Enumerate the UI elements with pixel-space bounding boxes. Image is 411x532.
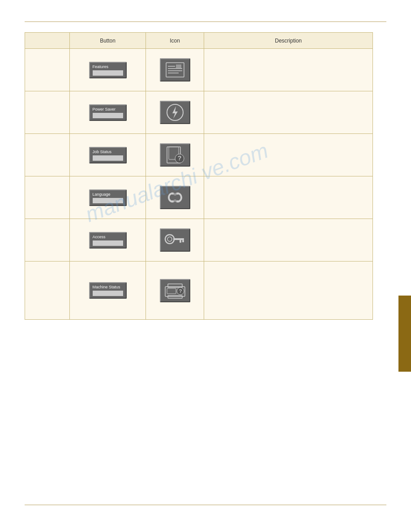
- main-table-wrapper: Button Icon Description Features: [25, 32, 373, 320]
- table-row: Job Status ?: [25, 134, 373, 176]
- svg-rect-14: [173, 238, 184, 240]
- powersaver-icon: [160, 101, 190, 124]
- access-button[interactable]: Access: [89, 232, 127, 249]
- row-machinestatus-button-cell: Machine Status: [70, 262, 146, 320]
- row-language-icon-cell: [146, 176, 204, 219]
- row-jobstatus-desc: [204, 134, 373, 176]
- row-powersaver-icon-cell: [146, 91, 204, 134]
- row-access-col1: [25, 219, 70, 262]
- table-row: Language: [25, 176, 373, 219]
- powersaver-button-label: Power Saver: [93, 107, 123, 112]
- header-button: Button: [70, 33, 146, 49]
- row-jobstatus-button-cell: Job Status: [70, 134, 146, 176]
- top-rule: [25, 21, 386, 22]
- language-icon: [160, 186, 190, 209]
- svg-rect-19: [168, 296, 182, 298]
- table-row: Features: [25, 49, 373, 91]
- row-features-icon-cell: [146, 49, 204, 91]
- svg-text:?: ?: [179, 288, 182, 294]
- svg-rect-15: [180, 240, 181, 243]
- header-icon: Icon: [146, 33, 204, 49]
- machinestatus-button-field: [93, 291, 123, 296]
- features-button-label: Features: [93, 64, 123, 69]
- language-button-field: [93, 198, 123, 203]
- row-machinestatus-col1: [25, 262, 70, 320]
- row-machinestatus-icon-cell: ?: [146, 262, 204, 320]
- jobstatus-svg: ?: [165, 145, 185, 165]
- access-svg: [163, 232, 187, 248]
- features-svg: [165, 62, 185, 78]
- row-jobstatus-icon-cell: ?: [146, 134, 204, 176]
- row-language-desc: [204, 176, 373, 219]
- jobstatus-button-label: Job Status: [93, 150, 123, 154]
- row-language-button-cell: Language: [70, 176, 146, 219]
- header-col1: [25, 33, 70, 49]
- machinestatus-button-label: Machine Status: [93, 285, 123, 289]
- features-button-field: [93, 70, 123, 76]
- table-row: Machine Status: [25, 262, 373, 320]
- table-row: Access: [25, 219, 373, 262]
- svg-rect-20: [167, 288, 176, 294]
- features-button[interactable]: Features: [89, 62, 127, 78]
- machinestatus-button[interactable]: Machine Status: [89, 282, 127, 299]
- bottom-rule: [25, 505, 386, 505]
- machinestatus-icon: ?: [160, 279, 190, 302]
- svg-marker-7: [172, 106, 178, 119]
- row-access-icon-cell: [146, 219, 204, 262]
- svg-rect-16: [182, 240, 184, 242]
- svg-point-12: [165, 235, 174, 244]
- powersaver-button[interactable]: Power Saver: [89, 104, 127, 121]
- row-features-col1: [25, 49, 70, 91]
- row-features-button-cell: Features: [70, 49, 146, 91]
- row-language-col1: [25, 176, 70, 219]
- language-button-label: Language: [93, 192, 123, 197]
- access-button-field: [93, 240, 123, 246]
- header-description: Description: [204, 33, 373, 49]
- features-icon: [160, 58, 190, 82]
- svg-rect-18: [168, 284, 182, 287]
- table-row: Power Saver: [25, 91, 373, 134]
- access-icon: [160, 228, 190, 252]
- jobstatus-button-field: [93, 155, 123, 161]
- jobstatus-icon: ?: [160, 143, 190, 167]
- access-button-label: Access: [93, 235, 123, 239]
- machinestatus-svg: ?: [163, 281, 187, 300]
- svg-point-13: [167, 237, 172, 241]
- row-jobstatus-col1: [25, 134, 70, 176]
- language-svg: [165, 188, 185, 207]
- row-access-desc: [204, 219, 373, 262]
- row-access-button-cell: Access: [70, 219, 146, 262]
- language-button[interactable]: Language: [89, 189, 127, 206]
- svg-rect-5: [176, 64, 181, 68]
- sidebar-bar: [398, 296, 411, 372]
- row-features-desc: [204, 49, 373, 91]
- row-powersaver-col1: [25, 91, 70, 134]
- jobstatus-button[interactable]: Job Status: [89, 147, 127, 163]
- row-powersaver-desc: [204, 91, 373, 134]
- svg-text:?: ?: [177, 154, 181, 162]
- main-table: Button Icon Description Features: [25, 32, 373, 320]
- powersaver-button-field: [93, 113, 123, 118]
- row-machinestatus-desc: [204, 262, 373, 320]
- powersaver-svg: [165, 103, 185, 122]
- row-powersaver-button-cell: Power Saver: [70, 91, 146, 134]
